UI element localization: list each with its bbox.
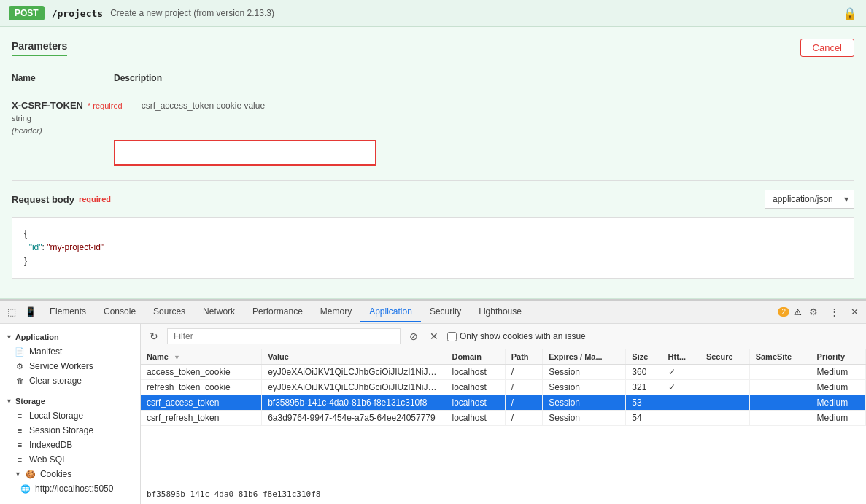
- params-table: Name Description X-CSRF-TOKEN * required…: [12, 69, 854, 166]
- only-issues-label[interactable]: Only show cookies with an issue: [447, 331, 586, 341]
- param-label: X-CSRF-TOKEN: [12, 100, 83, 111]
- service-workers-icon: ⚙: [15, 361, 25, 371]
- content-type-select[interactable]: application/json application/xml text/pl…: [765, 190, 854, 209]
- col-header-samesite[interactable]: SameSite: [749, 349, 811, 365]
- web-sql-icon: ≡: [15, 454, 25, 465]
- col-desc-header: Description: [114, 73, 162, 83]
- table-row[interactable]: csrf_refresh_token6a3d9764-9947-454e-a7a…: [141, 411, 866, 426]
- api-description: Create a new project (from version 2.13.…: [110, 8, 274, 18]
- json-line-2: "id": "my-project-id": [24, 241, 842, 255]
- localhost-icon: 🌐: [20, 484, 31, 494]
- sidebar-item-session-storage[interactable]: ≡ Session Storage: [0, 423, 140, 438]
- col-header-size[interactable]: Size: [626, 349, 662, 365]
- tab-lighthouse[interactable]: Lighthouse: [470, 302, 530, 322]
- sidebar-item-cookies[interactable]: ▼ 🍪 Cookies: [0, 467, 140, 481]
- cookies-chevron: ▼: [15, 470, 21, 478]
- table-row[interactable]: csrf_access_tokenbf35895b-141c-4da0-81b6…: [141, 395, 866, 411]
- col-header-priority[interactable]: Priority: [811, 349, 865, 365]
- sidebar-item-localhost[interactable]: 🌐 http://localhost:5050: [0, 481, 140, 496]
- param-subtype-label: (header): [12, 126, 42, 135]
- table-cell-3-4: Session: [543, 411, 626, 426]
- json-line-1: {: [24, 227, 842, 241]
- api-body: Parameters Cancel Name Description X-CSR…: [0, 27, 866, 299]
- table-header: Name ▼ Value Domain Path Expires / Ma...…: [141, 349, 866, 365]
- only-issues-checkbox[interactable]: [447, 332, 457, 341]
- request-body-section: Request body required application/json a…: [12, 180, 854, 287]
- json-editor[interactable]: { "id": "my-project-id" }: [12, 217, 854, 279]
- content-type-wrapper[interactable]: application/json application/xml text/pl…: [765, 190, 854, 209]
- cookies-table: Name ▼ Value Domain Path Expires / Ma...…: [141, 349, 866, 426]
- sidebar-item-clear-storage[interactable]: 🗑 Clear storage: [0, 373, 140, 388]
- clear-filter-button[interactable]: ⊘: [406, 329, 421, 344]
- params-title: Parameters: [12, 40, 67, 56]
- params-header: Parameters Cancel: [12, 39, 854, 57]
- table-cell-0-0: access_token_cookie: [141, 365, 262, 380]
- devtools-sidebar: ▼ Application 📄 Manifest ⚙ Service Worke…: [0, 324, 141, 504]
- param-name: X-CSRF-TOKEN * required csrf_access_toke…: [12, 100, 854, 111]
- col-header-path[interactable]: Path: [505, 349, 543, 365]
- col-header-domain[interactable]: Domain: [446, 349, 505, 365]
- col-header-secure[interactable]: Secure: [700, 349, 749, 365]
- close-icon[interactable]: ✕: [846, 303, 863, 320]
- manifest-icon: 📄: [15, 346, 25, 357]
- sidebar-item-service-workers[interactable]: ⚙ Service Workers: [0, 359, 140, 373]
- col-header-expires[interactable]: Expires / Ma...: [543, 349, 626, 365]
- inspect-icon[interactable]: ⬚: [3, 303, 20, 320]
- params-column-headers: Name Description: [12, 69, 854, 88]
- col-header-http[interactable]: Htt...: [662, 349, 700, 365]
- table-cell-3-8: [749, 411, 811, 426]
- table-row[interactable]: access_token_cookieeyJ0eXAiOiJKV1QiLCJhb…: [141, 365, 866, 380]
- storage-section-title[interactable]: ▼ Storage: [0, 394, 140, 408]
- csrf-token-input[interactable]: bf35895b-141c-4da0-81b6-f8e131c310f8: [114, 140, 376, 166]
- sidebar-item-indexed-db[interactable]: ≡ IndexedDB: [0, 438, 140, 452]
- table-cell-1-7: [700, 380, 749, 395]
- api-header: POST /projects Create a new project (fro…: [0, 0, 866, 27]
- application-section-title[interactable]: ▼ Application: [0, 330, 140, 344]
- table-cell-1-1: eyJ0eXAiOiJKV1QiLCJhbGciOiJIUzI1NiJ9.eyJ…: [262, 380, 446, 395]
- table-cell-1-2: localhost: [446, 380, 505, 395]
- warning-icon: ⚠: [794, 307, 802, 317]
- tab-console[interactable]: Console: [95, 302, 144, 322]
- table-cell-1-9: Medium: [811, 380, 865, 395]
- cancel-button[interactable]: Cancel: [800, 39, 854, 57]
- param-type: string: [12, 114, 31, 123]
- tab-network[interactable]: Network: [194, 302, 244, 322]
- table-cell-2-2: localhost: [446, 395, 505, 411]
- table-cell-0-3: /: [505, 365, 543, 380]
- sidebar-item-local-storage[interactable]: ≡ Local Storage: [0, 408, 140, 423]
- close-filter-button[interactable]: ✕: [427, 329, 441, 344]
- tab-elements[interactable]: Elements: [41, 302, 95, 322]
- settings-icon[interactable]: ⚙: [805, 303, 822, 320]
- param-desc: csrf_access_token cookie value: [142, 101, 265, 111]
- col-header-name[interactable]: Name ▼: [141, 349, 262, 365]
- table-cell-3-5: 54: [626, 411, 662, 426]
- table-cell-0-1: eyJ0eXAiOiJKV1QiLCJhbGciOiJIUzI1NiJ9.eyJ…: [262, 365, 446, 380]
- table-cell-1-8: [749, 380, 811, 395]
- tab-memory[interactable]: Memory: [312, 302, 360, 322]
- table-cell-1-0: refresh_token_cookie: [141, 380, 262, 395]
- json-line-3: }: [24, 255, 842, 268]
- lock-icon: 🔒: [843, 7, 857, 20]
- table-cell-2-6: [662, 395, 700, 411]
- refresh-button[interactable]: ↻: [147, 329, 161, 344]
- tab-security[interactable]: Security: [421, 302, 470, 322]
- table-cell-0-4: Session: [543, 365, 626, 380]
- table-cell-1-6: ✓: [662, 380, 700, 395]
- tab-sources[interactable]: Sources: [144, 302, 194, 322]
- table-cell-2-1: bf35895b-141c-4da0-81b6-f8e131c310f8: [262, 395, 446, 411]
- device-icon[interactable]: 📱: [20, 303, 41, 320]
- devtools-tabbar: ⬚ 📱 Elements Console Sources Network Per…: [0, 301, 866, 324]
- storage-section: ▼ Storage ≡ Local Storage ≡ Session Stor…: [0, 394, 140, 496]
- more-options-icon[interactable]: ⋮: [825, 303, 843, 320]
- tab-performance[interactable]: Performance: [244, 302, 312, 322]
- method-badge: POST: [9, 6, 45, 20]
- sidebar-item-web-sql[interactable]: ≡ Web SQL: [0, 452, 140, 467]
- col-header-value[interactable]: Value: [262, 349, 446, 365]
- sidebar-item-manifest[interactable]: 📄 Manifest: [0, 344, 140, 359]
- tab-application[interactable]: Application: [360, 302, 421, 322]
- table-cell-3-6: [662, 411, 700, 426]
- filter-input[interactable]: [167, 328, 401, 344]
- table-row[interactable]: refresh_token_cookieeyJ0eXAiOiJKV1QiLCJh…: [141, 380, 866, 395]
- table-cell-0-2: localhost: [446, 365, 505, 380]
- param-row-csrf: X-CSRF-TOKEN * required csrf_access_toke…: [12, 100, 854, 166]
